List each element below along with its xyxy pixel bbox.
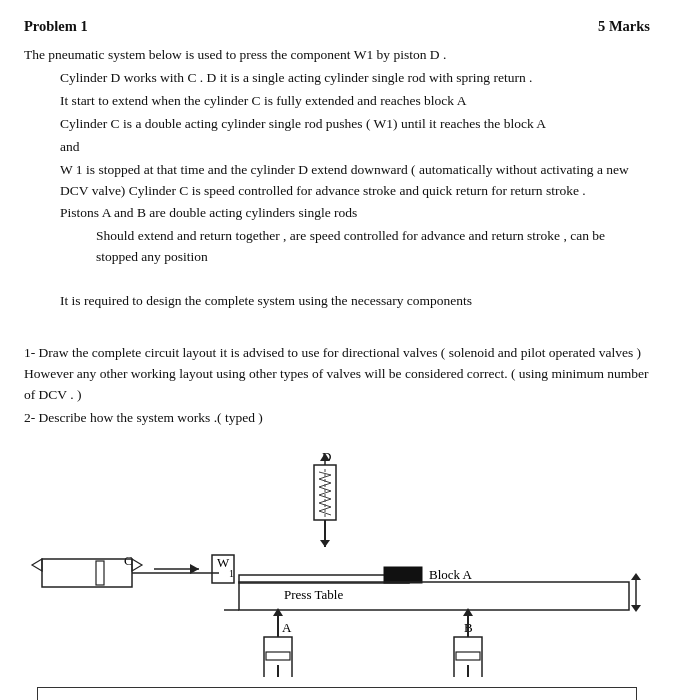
triangle-C-left xyxy=(32,559,42,571)
arrow-right-up xyxy=(631,573,641,580)
diagram-area: D C W 1 Block A xyxy=(24,447,650,677)
line-2: It start to extend when the cylinder C i… xyxy=(60,91,650,112)
piston-A xyxy=(266,652,290,660)
marks-label: 5 Marks xyxy=(598,18,650,35)
answer-box xyxy=(37,687,638,700)
label-A: A xyxy=(282,620,292,635)
label-BlockA: Block A xyxy=(429,567,473,582)
line-3: Cylinder C is a double acting cylinder s… xyxy=(60,114,650,135)
block-A-top xyxy=(384,567,422,583)
intro-text: The pneumatic system below is used to pr… xyxy=(24,45,650,66)
diagram-svg: D C W 1 Block A xyxy=(24,447,654,677)
line-6: Should extend and return together , are … xyxy=(96,226,650,268)
triangle-C-right xyxy=(132,559,142,571)
required-text: It is required to design the complete sy… xyxy=(60,291,650,312)
line-and: and xyxy=(60,137,650,158)
arrow-A-up xyxy=(273,608,283,616)
arrow-right-down xyxy=(631,605,641,612)
piston-C xyxy=(96,561,104,585)
arrow-B-up xyxy=(463,608,473,616)
spring-coil-D xyxy=(319,472,331,515)
label-PressTable: Press Table xyxy=(284,587,343,602)
line-4: W 1 is stopped at that time and the cyli… xyxy=(60,160,650,202)
line-5: Pistons A and B are double acting cylind… xyxy=(60,203,650,224)
line-1: Cylinder D works with C . D it is a sing… xyxy=(60,68,650,89)
piston-B xyxy=(456,652,480,660)
arrow-D-down xyxy=(320,540,330,547)
question-1: 1- Draw the complete circuit layout it i… xyxy=(24,343,650,406)
question-2: 2- Describe how the system works .( type… xyxy=(24,408,650,429)
cylinder-C-body xyxy=(42,559,132,587)
problem-title: Problem 1 xyxy=(24,18,88,35)
